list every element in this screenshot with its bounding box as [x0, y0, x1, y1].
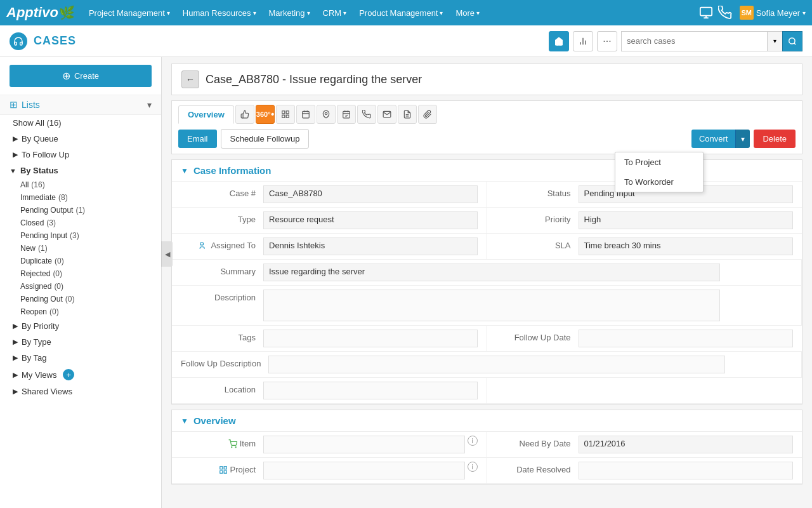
user-chevron-icon: ▾	[802, 10, 806, 17]
follow-up-desc-value	[268, 356, 725, 373]
section-caret-icon: ▼	[181, 166, 188, 175]
lists-header[interactable]: ⊞ Lists ▾	[0, 95, 161, 115]
chart-icon-btn[interactable]	[573, 31, 593, 51]
logo[interactable]: Apptivo 🌿	[6, 4, 75, 21]
sidebar-item-by-type[interactable]: ▶ By Type	[0, 334, 161, 350]
overview-section-header[interactable]: ▼ Overview	[172, 410, 802, 432]
project-icon	[219, 465, 228, 474]
sidebar-item-by-queue[interactable]: ▶ By Queue	[0, 131, 161, 147]
convert-dropdown-button[interactable]: ▾	[735, 130, 750, 148]
type-label: Type	[181, 211, 263, 224]
overview-section: ▼ Overview Item i Need By Date 01/21/201…	[171, 410, 802, 485]
tags-label: Tags	[181, 330, 263, 342]
tab-icon-360[interactable]: 360°	[256, 105, 275, 124]
nav-item-project-management[interactable]: Project Management ▾	[84, 8, 175, 18]
tab-icon-list[interactable]	[276, 105, 295, 124]
svg-rect-8	[286, 111, 289, 114]
user-profile[interactable]: SM Sofia Meyer ▾	[740, 6, 806, 20]
schedule-followup-button[interactable]: Schedule Followup	[221, 129, 310, 149]
svg-rect-0	[700, 8, 711, 16]
thumbs-up-icon	[240, 110, 249, 119]
sidebar-sub-reopen[interactable]: Reopen (0)	[0, 305, 161, 318]
sidebar-item-shared-views[interactable]: ▶ Shared Views	[0, 384, 161, 399]
search-input[interactable]	[621, 31, 767, 51]
phone-icon[interactable]	[718, 6, 732, 20]
case-information-header[interactable]: ▼ Case Information	[172, 160, 802, 182]
sidebar-sub-new[interactable]: New (1)	[0, 242, 161, 255]
tab-icon-phone[interactable]	[357, 105, 376, 124]
sidebar-item-to-follow-up[interactable]: ▶ To Follow Up	[0, 147, 161, 163]
sidebar-item-show-all[interactable]: Show All (16)	[0, 115, 161, 131]
tab-icon-task[interactable]	[337, 105, 356, 124]
item-info-icon[interactable]: i	[468, 436, 478, 446]
create-button[interactable]: ⊕ Create	[10, 65, 152, 87]
assigned-to-label: Assigned To	[181, 237, 263, 250]
tab-icon-pin[interactable]	[317, 105, 336, 124]
search-dropdown-btn[interactable]: ▾	[767, 31, 782, 51]
dropdown-item-to-workorder[interactable]: To Workorder	[615, 172, 703, 192]
plus-icon: ⊕	[62, 70, 70, 82]
description-label: Description	[181, 290, 263, 302]
top-navigation: Apptivo 🌿 Project Management ▾ Human Res…	[0, 0, 812, 25]
sidebar-sub-all[interactable]: All (16)	[0, 178, 161, 191]
form-row-type: Type Resource request	[172, 208, 487, 234]
back-arrow-icon: ←	[186, 74, 195, 84]
tab-icon-note[interactable]	[398, 105, 417, 124]
need-by-date-value: 01/21/2016	[579, 436, 794, 453]
nav-item-more[interactable]: More ▾	[450, 8, 485, 18]
tab-icon-thumb[interactable]	[235, 105, 254, 124]
sidebar-item-my-views[interactable]: ▶ My Views +	[0, 366, 161, 384]
nav-item-marketing[interactable]: Marketing ▾	[264, 8, 315, 18]
sidebar-group-by-status[interactable]: ▼ By Status	[0, 163, 161, 178]
task-icon	[342, 110, 351, 119]
svg-rect-27	[224, 471, 226, 473]
form-row-follow-up-desc: Follow Up Description	[172, 352, 802, 378]
tab-icon-attachment[interactable]	[418, 105, 437, 124]
status-label: Status	[496, 185, 579, 198]
phone-tab-icon	[362, 110, 371, 119]
dropdown-item-to-project[interactable]: To Project	[615, 152, 703, 172]
follow-up-desc-label: Follow Up Description	[181, 356, 268, 368]
more-icon-btn[interactable]: ···	[597, 31, 617, 51]
add-my-view-button[interactable]: +	[63, 369, 74, 380]
tab-icon-email[interactable]	[377, 105, 396, 124]
nav-item-crm[interactable]: CRM ▾	[318, 8, 352, 18]
svg-rect-22	[200, 243, 204, 245]
svg-point-23	[231, 446, 232, 447]
sidebar-sub-pending-output[interactable]: Pending Output (1)	[0, 204, 161, 217]
person-icon	[199, 241, 208, 250]
location-label: Location	[181, 382, 263, 394]
sidebar-sub-closed[interactable]: Closed (3)	[0, 217, 161, 229]
project-info-icon[interactable]: i	[468, 462, 478, 472]
convert-dropdown-menu: To Project To Workorder	[615, 152, 704, 192]
sidebar-sub-assigned[interactable]: Assigned (0)	[0, 280, 161, 293]
form-row-location-right-filler	[487, 378, 802, 404]
monitor-icon[interactable]	[699, 6, 713, 20]
sidebar-collapse-handle[interactable]: ◀	[161, 241, 173, 267]
sidebar-sub-rejected[interactable]: Rejected (0)	[0, 267, 161, 280]
nav-item-human-resources[interactable]: Human Resources ▾	[178, 8, 261, 18]
sidebar-item-by-priority[interactable]: ▶ By Priority	[0, 318, 161, 334]
form-row-description: Description	[172, 286, 802, 326]
email-button[interactable]: Email	[178, 130, 217, 148]
form-row-need-by-date: Need By Date 01/21/2016	[487, 432, 802, 458]
delete-button[interactable]: Delete	[754, 130, 796, 148]
home-icon-btn[interactable]	[549, 31, 569, 51]
svg-rect-7	[282, 111, 285, 114]
nav-item-product-management[interactable]: Product Management ▾	[354, 8, 448, 18]
sidebar-sub-duplicate[interactable]: Duplicate (0)	[0, 255, 161, 267]
convert-button[interactable]: Convert	[691, 130, 736, 148]
search-go-button[interactable]	[782, 31, 802, 51]
date-resolved-label: Date Resolved	[496, 462, 579, 474]
sidebar-sub-pending-out[interactable]: Pending Out (0)	[0, 293, 161, 305]
sidebar-sub-immediate[interactable]: Immediate (8)	[0, 191, 161, 204]
sidebar-item-by-tag[interactable]: ▶ By Tag	[0, 350, 161, 366]
tab-overview[interactable]: Overview	[178, 105, 234, 124]
pin-icon	[322, 110, 331, 119]
convert-caret-icon: ▾	[741, 135, 745, 144]
svg-point-15	[325, 112, 327, 115]
back-button[interactable]: ←	[181, 70, 199, 88]
item-value	[263, 436, 465, 453]
sidebar-sub-pending-input[interactable]: Pending Input (3)	[0, 229, 161, 242]
tab-icon-calendar[interactable]	[296, 105, 315, 124]
